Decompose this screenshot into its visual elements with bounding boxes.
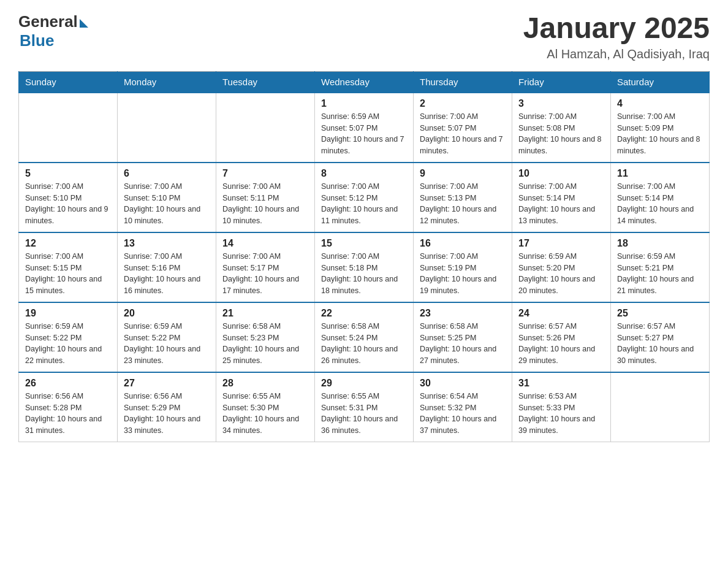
day-info: Sunrise: 7:00 AMSunset: 5:10 PMDaylight:… <box>25 181 111 227</box>
calendar-week-row: 5Sunrise: 7:00 AMSunset: 5:10 PMDaylight… <box>19 163 710 232</box>
day-info: Sunrise: 6:58 AMSunset: 5:24 PMDaylight:… <box>321 321 407 367</box>
month-year-title: January 2025 <box>523 12 710 45</box>
day-number: 30 <box>420 378 506 389</box>
day-number: 27 <box>124 378 210 389</box>
calendar-cell: 14Sunrise: 7:00 AMSunset: 5:17 PMDayligh… <box>216 232 315 302</box>
calendar-week-row: 19Sunrise: 6:59 AMSunset: 5:22 PMDayligh… <box>19 302 710 372</box>
calendar-cell: 25Sunrise: 6:57 AMSunset: 5:27 PMDayligh… <box>611 302 710 372</box>
day-number: 15 <box>321 238 407 249</box>
calendar-cell: 1Sunrise: 6:59 AMSunset: 5:07 PMDaylight… <box>315 93 414 163</box>
day-info: Sunrise: 7:00 AMSunset: 5:12 PMDaylight:… <box>321 181 407 227</box>
day-number: 9 <box>420 168 506 179</box>
day-number: 25 <box>617 308 703 319</box>
calendar-day-header: Sunday <box>19 71 118 93</box>
day-info: Sunrise: 6:55 AMSunset: 5:30 PMDaylight:… <box>222 391 308 437</box>
calendar-day-header: Wednesday <box>315 71 414 93</box>
calendar-cell <box>216 93 315 163</box>
day-info: Sunrise: 7:00 AMSunset: 5:19 PMDaylight:… <box>420 251 506 297</box>
day-info: Sunrise: 6:56 AMSunset: 5:28 PMDaylight:… <box>25 391 111 437</box>
day-info: Sunrise: 7:00 AMSunset: 5:14 PMDaylight:… <box>518 181 604 227</box>
day-info: Sunrise: 6:54 AMSunset: 5:32 PMDaylight:… <box>420 391 506 437</box>
day-info: Sunrise: 7:00 AMSunset: 5:15 PMDaylight:… <box>25 251 111 297</box>
calendar-cell: 27Sunrise: 6:56 AMSunset: 5:29 PMDayligh… <box>118 372 216 442</box>
day-number: 31 <box>518 378 604 389</box>
day-number: 21 <box>222 308 308 319</box>
day-info: Sunrise: 6:59 AMSunset: 5:22 PMDaylight:… <box>25 321 111 367</box>
day-number: 12 <box>25 238 111 249</box>
day-info: Sunrise: 6:53 AMSunset: 5:33 PMDaylight:… <box>518 391 604 437</box>
calendar-cell: 3Sunrise: 7:00 AMSunset: 5:08 PMDaylight… <box>512 93 611 163</box>
day-number: 3 <box>518 98 604 109</box>
calendar-week-row: 26Sunrise: 6:56 AMSunset: 5:28 PMDayligh… <box>19 372 710 442</box>
calendar-cell: 5Sunrise: 7:00 AMSunset: 5:10 PMDaylight… <box>19 163 118 232</box>
day-info: Sunrise: 6:56 AMSunset: 5:29 PMDaylight:… <box>124 391 210 437</box>
calendar-cell: 12Sunrise: 7:00 AMSunset: 5:15 PMDayligh… <box>19 232 118 302</box>
day-number: 22 <box>321 308 407 319</box>
day-number: 14 <box>222 238 308 249</box>
calendar-cell: 4Sunrise: 7:00 AMSunset: 5:09 PMDaylight… <box>611 93 710 163</box>
page-header: General Blue January 2025 Al Hamzah, Al … <box>18 12 710 61</box>
calendar-cell: 20Sunrise: 6:59 AMSunset: 5:22 PMDayligh… <box>118 302 216 372</box>
day-info: Sunrise: 6:59 AMSunset: 5:20 PMDaylight:… <box>518 251 604 297</box>
day-number: 19 <box>25 308 111 319</box>
calendar-cell: 19Sunrise: 6:59 AMSunset: 5:22 PMDayligh… <box>19 302 118 372</box>
day-number: 5 <box>25 168 111 179</box>
calendar-cell: 13Sunrise: 7:00 AMSunset: 5:16 PMDayligh… <box>118 232 216 302</box>
calendar-table: SundayMondayTuesdayWednesdayThursdayFrid… <box>18 71 710 442</box>
day-info: Sunrise: 7:00 AMSunset: 5:08 PMDaylight:… <box>518 111 604 157</box>
calendar-day-header: Monday <box>118 71 216 93</box>
day-info: Sunrise: 6:59 AMSunset: 5:07 PMDaylight:… <box>321 111 407 157</box>
day-number: 29 <box>321 378 407 389</box>
calendar-day-header: Friday <box>512 71 611 93</box>
day-info: Sunrise: 6:58 AMSunset: 5:25 PMDaylight:… <box>420 321 506 367</box>
day-number: 26 <box>25 378 111 389</box>
day-info: Sunrise: 7:00 AMSunset: 5:14 PMDaylight:… <box>617 181 703 227</box>
calendar-cell: 29Sunrise: 6:55 AMSunset: 5:31 PMDayligh… <box>315 372 414 442</box>
calendar-cell: 26Sunrise: 6:56 AMSunset: 5:28 PMDayligh… <box>19 372 118 442</box>
calendar-cell: 8Sunrise: 7:00 AMSunset: 5:12 PMDaylight… <box>315 163 414 232</box>
day-number: 23 <box>420 308 506 319</box>
day-info: Sunrise: 7:00 AMSunset: 5:18 PMDaylight:… <box>321 251 407 297</box>
day-number: 20 <box>124 308 210 319</box>
location-subtitle: Al Hamzah, Al Qadisiyah, Iraq <box>523 47 710 61</box>
calendar-cell: 9Sunrise: 7:00 AMSunset: 5:13 PMDaylight… <box>414 163 512 232</box>
calendar-cell: 31Sunrise: 6:53 AMSunset: 5:33 PMDayligh… <box>512 372 611 442</box>
day-info: Sunrise: 6:55 AMSunset: 5:31 PMDaylight:… <box>321 391 407 437</box>
day-info: Sunrise: 7:00 AMSunset: 5:07 PMDaylight:… <box>420 111 506 157</box>
calendar-day-header: Tuesday <box>216 71 315 93</box>
calendar-cell: 21Sunrise: 6:58 AMSunset: 5:23 PMDayligh… <box>216 302 315 372</box>
calendar-cell: 24Sunrise: 6:57 AMSunset: 5:26 PMDayligh… <box>512 302 611 372</box>
calendar-cell: 23Sunrise: 6:58 AMSunset: 5:25 PMDayligh… <box>414 302 512 372</box>
day-number: 16 <box>420 238 506 249</box>
logo-triangle-icon <box>80 19 88 28</box>
day-info: Sunrise: 6:59 AMSunset: 5:22 PMDaylight:… <box>124 321 210 367</box>
day-number: 17 <box>518 238 604 249</box>
calendar-cell: 17Sunrise: 6:59 AMSunset: 5:20 PMDayligh… <box>512 232 611 302</box>
day-info: Sunrise: 7:00 AMSunset: 5:11 PMDaylight:… <box>222 181 308 227</box>
day-number: 18 <box>617 238 703 249</box>
calendar-cell: 11Sunrise: 7:00 AMSunset: 5:14 PMDayligh… <box>611 163 710 232</box>
calendar-cell <box>118 93 216 163</box>
calendar-cell: 2Sunrise: 7:00 AMSunset: 5:07 PMDaylight… <box>414 93 512 163</box>
day-info: Sunrise: 7:00 AMSunset: 5:17 PMDaylight:… <box>222 251 308 297</box>
logo-general-text: General <box>18 12 78 31</box>
day-number: 8 <box>321 168 407 179</box>
calendar-cell: 16Sunrise: 7:00 AMSunset: 5:19 PMDayligh… <box>414 232 512 302</box>
calendar-cell: 7Sunrise: 7:00 AMSunset: 5:11 PMDaylight… <box>216 163 315 232</box>
day-number: 10 <box>518 168 604 179</box>
day-info: Sunrise: 6:57 AMSunset: 5:26 PMDaylight:… <box>518 321 604 367</box>
calendar-cell: 30Sunrise: 6:54 AMSunset: 5:32 PMDayligh… <box>414 372 512 442</box>
day-number: 6 <box>124 168 210 179</box>
day-number: 4 <box>617 98 703 109</box>
day-number: 24 <box>518 308 604 319</box>
day-number: 11 <box>617 168 703 179</box>
calendar-cell: 10Sunrise: 7:00 AMSunset: 5:14 PMDayligh… <box>512 163 611 232</box>
calendar-cell: 22Sunrise: 6:58 AMSunset: 5:24 PMDayligh… <box>315 302 414 372</box>
day-number: 13 <box>124 238 210 249</box>
calendar-week-row: 12Sunrise: 7:00 AMSunset: 5:15 PMDayligh… <box>19 232 710 302</box>
day-number: 1 <box>321 98 407 109</box>
day-info: Sunrise: 7:00 AMSunset: 5:16 PMDaylight:… <box>124 251 210 297</box>
title-section: January 2025 Al Hamzah, Al Qadisiyah, Ir… <box>523 12 710 61</box>
calendar-header-row: SundayMondayTuesdayWednesdayThursdayFrid… <box>19 71 710 93</box>
calendar-day-header: Saturday <box>611 71 710 93</box>
